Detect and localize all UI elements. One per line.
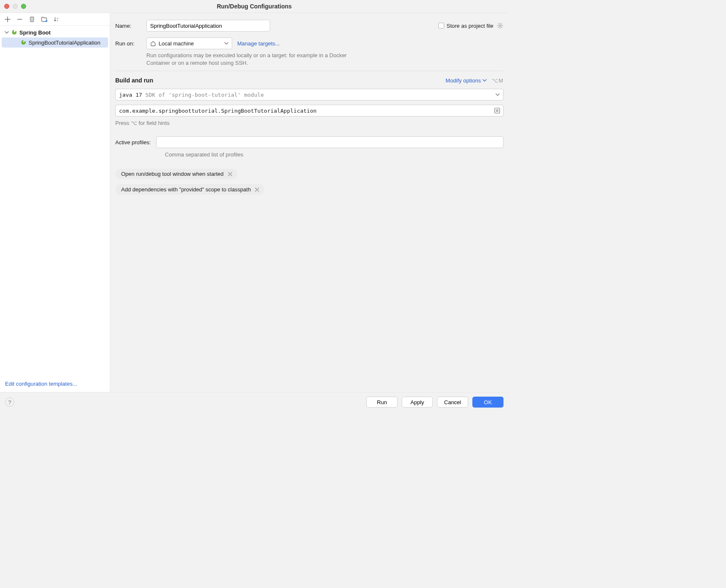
active-profiles-input[interactable] [156,136,503,148]
build-and-run-header: Build and run Modify options ⌥M [115,77,503,84]
run-on-row: Run on: Local machine Manage targets... [115,37,503,49]
active-profiles-hint: Comma separated list of profiles [165,151,503,158]
name-row: Name: Store as project file [115,20,503,32]
sdk-module-suffix: SDK of 'spring-boot-tutorial' module [142,92,264,98]
main-class-field[interactable]: com.example.springboottutorial.SpringBoo… [115,105,503,117]
sort-config-button[interactable]: az [53,16,60,23]
titlebar: Run/Debug Configurations [0,0,509,13]
name-label: Name: [115,23,146,29]
close-window-button[interactable] [4,4,9,9]
store-label: Store as project file [447,23,493,29]
field-hints-text: Press ⌥ for field hints [115,120,503,126]
copy-icon [29,16,35,22]
apply-button[interactable]: Apply [402,397,433,408]
edit-templates-link[interactable]: Edit configuration templates... [5,381,77,387]
help-button[interactable]: ? [5,397,14,407]
sort-icon: az [53,16,59,22]
copy-config-button[interactable] [29,16,35,23]
chevron-down-icon [495,93,500,97]
dialog-body: az Spring Boot SpringBoo [0,13,509,392]
run-on-value: Local machine [159,40,194,47]
minus-icon [17,16,23,22]
browse-class-button[interactable] [494,107,501,114]
configuration-editor: Name: Store as project file Run on: [110,13,509,392]
config-group-spring-boot[interactable]: Spring Boot [0,27,110,37]
plus-icon [5,16,11,22]
maximize-window-button[interactable] [21,4,26,9]
cancel-button[interactable]: Cancel [437,397,468,408]
remove-chip-button[interactable] [228,172,232,176]
svg-text:z: z [57,19,58,22]
sidebar-toolbar: az [0,13,110,26]
sdk-select[interactable]: java 17 SDK of 'spring-boot-tutorial' mo… [115,89,503,101]
spring-boot-icon [20,39,27,46]
run-debug-configurations-dialog: Run/Debug Configurations az [0,0,509,412]
configurations-tree: Spring Boot SpringBootTutorialApplicatio… [0,26,110,377]
separator [115,71,503,71]
chip-label: Add dependencies with "provided" scope t… [121,186,251,193]
dialog-button-bar: ? Run Apply Cancel OK [0,392,509,412]
configurations-sidebar: az Spring Boot SpringBoo [0,13,110,392]
options-chips: Open run/debug tool window when started … [115,169,503,195]
manage-targets-link[interactable]: Manage targets... [237,40,280,47]
sidebar-footer: Edit configuration templates... [0,377,110,392]
name-input[interactable] [146,20,270,32]
folder-plus-icon [41,16,48,22]
active-profiles-label: Active profiles: [115,139,151,146]
remove-config-button[interactable] [16,16,23,23]
main-class-value: com.example.springboottutorial.SpringBoo… [119,108,491,114]
spring-boot-icon [11,29,18,36]
dialog-title: Run/Debug Configurations [0,3,509,10]
close-icon [255,188,259,192]
store-as-project-file[interactable]: Store as project file [438,22,503,29]
config-group-label: Spring Boot [19,29,50,36]
run-on-label: Run on: [115,40,146,47]
ok-button[interactable]: OK [472,397,503,408]
store-checkbox[interactable] [438,23,444,29]
run-on-hint: Run configurations may be executed local… [146,52,357,66]
help-icon: ? [8,399,11,405]
chip-label: Open run/debug tool window when started [121,171,224,177]
modify-options-link[interactable]: Modify options [445,77,487,84]
save-to-folder-button[interactable] [41,16,48,23]
run-on-select[interactable]: Local machine [146,37,232,49]
build-and-run-title: Build and run [115,77,153,84]
window-controls [4,4,26,9]
chevron-down-icon [224,41,228,45]
sdk-name: java 17 [119,92,142,98]
modify-options-shortcut: ⌥M [492,77,503,84]
config-item-label: SpringBootTutorialApplication [29,40,101,46]
gear-icon[interactable] [497,22,503,29]
minimize-window-button[interactable] [13,4,18,9]
config-item-springboot-tutorial[interactable]: SpringBootTutorialApplication [2,37,108,48]
chevron-down-icon [4,30,9,35]
remove-chip-button[interactable] [255,188,259,192]
active-profiles-row: Active profiles: [115,136,503,148]
modify-options-label: Modify options [445,77,481,84]
home-icon [150,40,156,46]
run-button[interactable]: Run [366,397,397,408]
chevron-down-icon [482,78,487,82]
chip-open-tool-window[interactable]: Open run/debug tool window when started [115,169,237,179]
chip-provided-scope[interactable]: Add dependencies with "provided" scope t… [115,184,264,195]
add-config-button[interactable] [4,16,11,23]
svg-point-3 [499,25,501,26]
close-icon [228,172,232,176]
